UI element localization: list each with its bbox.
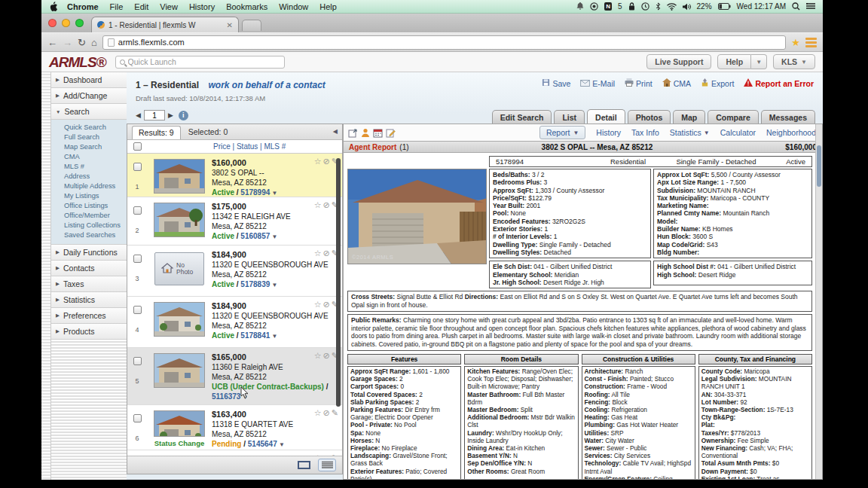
sidebar-subitem-quick-search[interactable]: Quick Search	[64, 123, 125, 133]
action-print[interactable]: Print	[625, 78, 653, 88]
sidebar-item-dashboard[interactable]: ▶Dashboard	[51, 72, 127, 88]
property-photo[interactable]: ©2014 ARMLS	[347, 169, 487, 264]
bookmark-star-icon[interactable]: ★	[791, 38, 800, 47]
action-save[interactable]: Save	[542, 78, 570, 88]
sidebar-subitem-my-listings[interactable]: My Listings	[64, 191, 125, 201]
lock-icon[interactable]	[628, 2, 635, 11]
sidebar-item-daily-functions[interactable]: ▶Daily Functions	[51, 245, 127, 261]
menu-edit[interactable]: Edit	[134, 2, 148, 11]
menu-bookmarks[interactable]: Bookmarks	[226, 2, 267, 11]
volume-icon[interactable]	[683, 3, 691, 11]
sidebar-item-statistics[interactable]: ▶Statistics	[51, 292, 127, 308]
row-checkbox[interactable]	[133, 163, 142, 171]
sidebar-subitem-mls[interactable]: MLS #	[64, 162, 125, 172]
favorite-star-icon[interactable]: ☆	[314, 300, 322, 309]
sidebar-item-preferences[interactable]: ▶Preferences	[51, 308, 127, 324]
listing-photo-thumb[interactable]	[154, 353, 205, 388]
user-menu-button[interactable]: KLS▼	[773, 54, 815, 69]
chrome-menu-icon[interactable]	[805, 38, 817, 47]
collapse-panel-icon[interactable]: ◀	[333, 128, 338, 139]
notifications-bell-icon[interactable]	[576, 2, 584, 11]
listing-photo-thumb[interactable]	[154, 302, 205, 337]
tab-edit-search[interactable]: Edit Search	[492, 110, 552, 125]
back-button[interactable]: ←	[47, 38, 57, 47]
discard-icon[interactable]: ⊘	[323, 409, 330, 417]
mls-number-link[interactable]: 5178994	[240, 188, 270, 197]
detail-link-neighborhood[interactable]: Neighborhood	[766, 128, 816, 137]
sidebar-item-products[interactable]: ▶Products	[51, 324, 127, 340]
sidebar-subitem-full-search[interactable]: Full Search	[64, 133, 125, 142]
menu-chrome[interactable]: Chrome	[67, 2, 99, 11]
tab-list[interactable]: List	[554, 110, 585, 125]
scrollbar-thumb[interactable]	[817, 145, 821, 187]
info-icon[interactable]: i	[179, 111, 188, 120]
mls-number-link[interactable]: 5178839	[240, 280, 270, 288]
row-checkbox[interactable]	[133, 255, 142, 263]
listing-photo-thumb[interactable]	[154, 203, 205, 237]
listing-photo-thumb[interactable]	[154, 159, 205, 194]
discard-icon[interactable]: ⊘	[323, 201, 330, 209]
select-all-checkbox[interactable]	[133, 142, 142, 151]
quick-launch-input[interactable]	[128, 57, 280, 66]
sidebar-subitem-map-search[interactable]: Map Search	[64, 142, 125, 152]
detail-link-statistics[interactable]: Statistics▼	[670, 128, 710, 137]
wifi-icon[interactable]	[667, 3, 677, 11]
quick-launch-search[interactable]	[115, 56, 285, 69]
close-window-button[interactable]	[48, 19, 57, 27]
favorite-star-icon[interactable]: ☆	[314, 352, 322, 360]
tab-close-icon[interactable]: ✕	[227, 21, 233, 29]
row-checkbox[interactable]	[133, 206, 142, 215]
mls-number-link[interactable]: 5178841	[240, 331, 270, 340]
listing-row[interactable]: 3No Photo$184,90011320 E QUEENSBOROUGH A…	[127, 246, 342, 297]
sidebar-item-search[interactable]: ▼Search	[51, 104, 127, 120]
detail-scrollbar[interactable]	[815, 124, 822, 479]
row-checkbox[interactable]	[133, 414, 142, 422]
menu-file[interactable]: File	[110, 2, 124, 11]
discard-icon[interactable]: ⊘	[323, 300, 330, 309]
time-machine-icon[interactable]	[641, 2, 649, 11]
report-an-error-link[interactable]: Report an Error	[744, 78, 814, 88]
results-count-tab[interactable]: Results: 9	[132, 126, 181, 139]
tab-map[interactable]: Map	[673, 110, 705, 125]
sidebar-subitem-address[interactable]: Address	[64, 172, 125, 181]
page-number-input[interactable]	[144, 110, 165, 120]
action-e-mail[interactable]: E-Mail	[580, 79, 615, 88]
listing-row[interactable]: 5$165,00011360 E Raleigh AVEMesa, AZ 852…	[127, 348, 342, 405]
record-icon[interactable]	[590, 2, 598, 11]
action-cma[interactable]: CMA	[662, 78, 691, 88]
menu-window[interactable]: Window	[279, 2, 308, 11]
sidebar-subitem-saved-searches[interactable]: Saved Searches	[64, 230, 125, 240]
menubar-clock[interactable]: Wed 12:17 AM	[737, 2, 786, 11]
detail-link-history[interactable]: History	[596, 128, 621, 137]
calendar-icon[interactable]	[373, 128, 383, 138]
discard-icon[interactable]: ⊘	[323, 352, 330, 360]
mls-number-link[interactable]: 5145647	[248, 440, 277, 448]
bluetooth-icon[interactable]	[656, 2, 661, 11]
home-button[interactable]: ⌂	[91, 38, 97, 47]
menu-help[interactable]: Help	[319, 2, 337, 11]
open-window-icon[interactable]	[348, 128, 358, 138]
discard-icon[interactable]: ⊘	[323, 249, 330, 258]
listing-row[interactable]: 2$175,00011342 E RALEIGH AVEMesa, AZ 852…	[127, 197, 342, 246]
card-view-icon[interactable]	[295, 459, 313, 471]
battery-icon[interactable]	[718, 3, 731, 10]
favorite-star-icon[interactable]: ☆	[314, 157, 322, 166]
detail-link-report[interactable]: Report▼	[539, 126, 585, 139]
sidebar-item-contacts[interactable]: ▶Contacts	[51, 261, 127, 276]
help-button[interactable]: Help	[717, 54, 751, 69]
list-view-icon[interactable]	[318, 459, 336, 471]
minimize-window-button[interactable]	[62, 19, 70, 27]
zoom-window-button[interactable]	[75, 19, 84, 27]
favorite-star-icon[interactable]: ☆	[314, 409, 322, 417]
row-checkbox[interactable]	[133, 306, 142, 314]
row-checkbox[interactable]	[133, 357, 142, 365]
apple-icon[interactable]	[49, 2, 60, 11]
listing-row[interactable]: 1$160,0003802 S OPAL --Mesa, AZ 85212Act…	[127, 154, 342, 197]
favorite-star-icon[interactable]: ☆	[314, 249, 322, 258]
next-page-icon[interactable]: ▶	[168, 111, 173, 119]
live-support-button[interactable]: Live Support	[646, 54, 711, 69]
prev-page-icon[interactable]: ◀	[136, 111, 141, 119]
mls-number-link[interactable]: 5116373	[212, 392, 240, 401]
tab-photos[interactable]: Photos	[628, 110, 671, 125]
note-icon[interactable]: ✎	[332, 409, 338, 417]
